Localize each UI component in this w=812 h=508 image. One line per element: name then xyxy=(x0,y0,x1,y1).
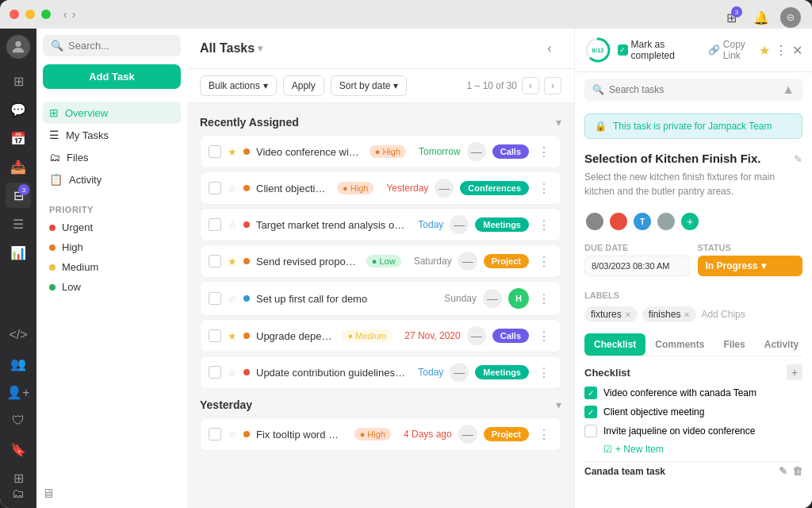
task-star[interactable]: ☆ xyxy=(228,293,237,305)
sidebar-icon-chart[interactable]: 📊 xyxy=(6,240,31,265)
task-star[interactable]: ★ xyxy=(228,330,237,342)
task-action[interactable]: Calls xyxy=(492,144,529,159)
sidebar-icon-user-add[interactable]: 👤+ xyxy=(6,379,31,405)
task-menu-btn[interactable]: — xyxy=(458,252,477,271)
sidebar-icon-monitor[interactable]: 🖥 xyxy=(36,481,61,506)
priority-urgent[interactable]: Urgent xyxy=(43,217,181,237)
checklist-add-button[interactable]: + xyxy=(787,364,802,380)
maximize-button[interactable] xyxy=(41,10,51,19)
task-more-btn[interactable]: ⋮ xyxy=(535,216,553,233)
task-menu-btn[interactable]: — xyxy=(458,425,477,444)
sidebar-icon-inbox[interactable]: 📥 xyxy=(6,154,31,179)
sidebar-icon-chat[interactable]: 💬 xyxy=(6,97,31,122)
checklist-check-done[interactable]: ✓ xyxy=(584,406,597,418)
task-checkbox[interactable] xyxy=(209,182,221,194)
add-chip-button[interactable]: Add Chips xyxy=(701,309,745,320)
finishes-remove[interactable]: ✕ xyxy=(684,310,690,319)
sidebar-icon-shield[interactable]: 🛡 xyxy=(6,408,31,433)
back-button[interactable]: ‹ xyxy=(63,8,67,21)
next-page-button[interactable]: › xyxy=(544,77,561,94)
priority-low[interactable]: Low xyxy=(43,277,181,297)
task-action[interactable]: Calls xyxy=(492,329,529,343)
task-menu-btn[interactable]: — xyxy=(467,142,486,161)
task-action[interactable]: Conferences xyxy=(460,181,529,195)
apps-icon[interactable]: ⊞ 3 xyxy=(720,6,742,29)
sidebar-icon-code[interactable]: </> xyxy=(6,322,31,348)
tasks-chevron[interactable]: ▾ xyxy=(258,43,262,54)
sidebar-icon-tasks[interactable]: ⊟ 3 xyxy=(6,183,31,208)
panel-search-input[interactable] xyxy=(609,84,777,95)
status-button[interactable]: In Progress ▾ xyxy=(698,256,803,276)
tab-files[interactable]: Files xyxy=(714,333,754,356)
recently-assigned-collapse[interactable]: ▾ xyxy=(556,116,561,129)
mark-completed-btn[interactable]: ✓ Mark as completed xyxy=(618,39,702,61)
sidebar-icon-settings[interactable]: ⚙ xyxy=(0,481,1,506)
task-star[interactable]: ☆ xyxy=(228,219,237,231)
task-checkbox[interactable] xyxy=(209,292,221,305)
forward-button[interactable]: › xyxy=(72,8,76,21)
bulk-actions-button[interactable]: Bulk actions ▾ xyxy=(200,75,277,96)
due-date-value[interactable]: 8/03/2023 08:30 AM xyxy=(584,256,690,276)
prev-page-button[interactable]: ‹ xyxy=(522,77,539,94)
task-menu-btn[interactable]: — xyxy=(467,326,486,345)
avatar[interactable] xyxy=(6,35,30,59)
task-more-btn[interactable]: ⋮ xyxy=(535,327,553,344)
task-star[interactable]: ★ xyxy=(228,146,237,158)
add-avatar-button[interactable]: + xyxy=(680,211,700,232)
collapse-panel-button[interactable]: ‹ xyxy=(538,37,561,60)
task-more-btn[interactable]: ⋮ xyxy=(535,425,553,443)
task-checkbox[interactable] xyxy=(209,366,221,379)
minimize-button[interactable] xyxy=(25,10,35,19)
nav-item-activity[interactable]: 📋 Activity xyxy=(43,168,181,190)
canada-edit-icon[interactable]: ✎ xyxy=(779,465,787,477)
panel-star-icon[interactable]: ★ xyxy=(759,43,770,58)
bell-icon[interactable]: 🔔 xyxy=(750,6,772,29)
task-checkbox[interactable] xyxy=(209,218,221,231)
nav-item-overview[interactable]: ⊞ Overview xyxy=(43,102,181,124)
user-circle-icon[interactable]: ⊝ xyxy=(780,7,801,28)
sort-by-date-button[interactable]: Sort by date ▾ xyxy=(331,75,408,96)
nav-item-files[interactable]: 🗂 Files xyxy=(43,146,181,168)
priority-medium[interactable]: Medium xyxy=(43,257,181,277)
search-input[interactable] xyxy=(68,40,201,52)
canada-delete-icon[interactable]: 🗑 xyxy=(792,465,802,477)
task-menu-btn[interactable]: — xyxy=(450,215,469,234)
sidebar-icon-bookmark[interactable]: 🔖 xyxy=(6,437,31,462)
sidebar-icon-bookmark2[interactable]: 🗂 xyxy=(6,481,31,506)
task-checkbox[interactable] xyxy=(209,145,221,158)
nav-item-my-tasks[interactable]: ☰ My Tasks xyxy=(43,124,181,146)
add-task-button[interactable]: Add Task xyxy=(43,64,181,89)
task-action[interactable]: Meetings xyxy=(475,365,529,379)
task-action[interactable]: Meetings xyxy=(475,217,529,232)
checklist-check-empty[interactable] xyxy=(584,425,597,437)
apply-button[interactable]: Apply xyxy=(283,75,324,96)
task-more-btn[interactable]: ⋮ xyxy=(535,179,553,197)
panel-more-icon[interactable]: ⋮ xyxy=(775,43,787,58)
sidebar-icon-calendar[interactable]: 📅 xyxy=(6,125,31,151)
task-checkbox[interactable] xyxy=(209,428,221,441)
task-menu-btn[interactable]: — xyxy=(450,363,469,382)
title-edit-icon[interactable]: ✎ xyxy=(794,153,802,165)
copy-link-btn[interactable]: 🔗 Copy Link xyxy=(708,39,759,61)
close-button[interactable] xyxy=(10,10,19,19)
sidebar-icon-grid[interactable]: ⊞ xyxy=(6,68,31,94)
fixtures-remove[interactable]: ✕ xyxy=(625,310,631,319)
task-star[interactable]: ☆ xyxy=(228,367,237,379)
task-menu-btn[interactable]: — xyxy=(435,179,454,198)
yesterday-collapse[interactable]: ▾ xyxy=(556,398,561,411)
tab-comments[interactable]: Comments xyxy=(645,333,714,356)
tab-activity[interactable]: Activity xyxy=(755,333,808,356)
task-star[interactable]: ☆ xyxy=(228,183,237,194)
task-checkbox[interactable] xyxy=(209,255,221,267)
new-item-button[interactable]: ☑ + New Item xyxy=(603,444,802,455)
priority-high[interactable]: High xyxy=(43,237,181,257)
task-more-btn[interactable]: ⋮ xyxy=(535,364,553,381)
sidebar-icon-users[interactable]: 👥 xyxy=(6,351,31,376)
task-checkbox[interactable] xyxy=(209,329,221,342)
task-menu-btn[interactable]: — xyxy=(483,289,502,308)
task-star[interactable]: ★ xyxy=(228,256,237,267)
task-more-btn[interactable]: ⋮ xyxy=(535,290,553,307)
panel-search-collapse[interactable]: ▲ xyxy=(782,83,795,97)
task-star[interactable]: ☆ xyxy=(228,429,237,441)
panel-close-icon[interactable]: ✕ xyxy=(792,43,802,58)
